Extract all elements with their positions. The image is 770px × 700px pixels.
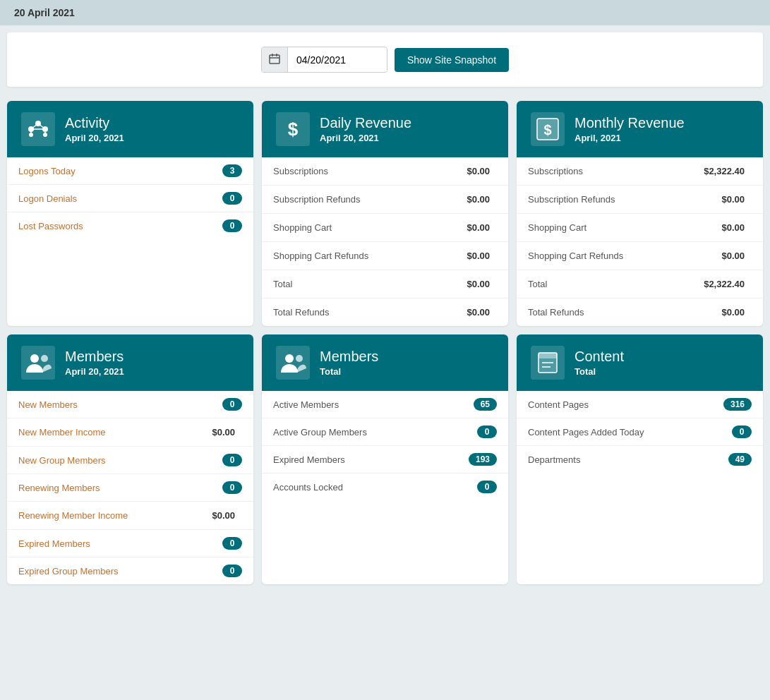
table-row: Active Group Members 0 xyxy=(262,418,508,446)
svg-point-20 xyxy=(296,355,303,362)
daily-revenue-subtitle: April 20, 2021 xyxy=(320,133,411,143)
table-row: Subscriptions $2,322.40 xyxy=(517,157,763,186)
daily-revenue-title: Daily Revenue xyxy=(320,115,411,131)
members-total-body: Active Members 65 Active Group Members 0… xyxy=(262,391,508,500)
activity-title: Activity xyxy=(65,115,124,131)
activity-icon xyxy=(21,112,55,146)
svg-text:$: $ xyxy=(543,122,551,138)
table-row: Total Refunds $0.00 xyxy=(262,298,508,326)
svg-point-17 xyxy=(30,354,39,363)
monthly-revenue-header: $ Monthly Revenue April, 2021 xyxy=(517,101,763,157)
monthly-revenue-body: Subscriptions $2,322.40 Subscription Ref… xyxy=(517,157,763,326)
content-total-card: Content Total Content Pages 316 Content … xyxy=(517,334,763,584)
table-row: Expired Members 0 xyxy=(7,530,253,557)
svg-point-19 xyxy=(285,354,294,363)
logon-denials-label: Logon Denials xyxy=(18,193,77,204)
content-total-subtitle: Total xyxy=(575,366,624,377)
content-total-header: Content Total xyxy=(517,334,763,391)
top-bar: 20 April 2021 xyxy=(0,0,770,25)
lost-passwords-label: Lost Passwords xyxy=(18,221,83,231)
table-row: Active Members 65 xyxy=(262,391,508,418)
members-date-body: New Members 0 New Member Income $0.00 Ne… xyxy=(7,391,253,584)
logon-denials-value: 0 xyxy=(222,192,242,205)
monthly-revenue-icon: $ xyxy=(531,112,565,146)
members-total-title: Members xyxy=(320,349,378,365)
table-row: Departments 49 xyxy=(517,446,763,473)
monthly-revenue-title-group: Monthly Revenue April, 2021 xyxy=(575,115,685,143)
activity-card-header: Activity April 20, 2021 xyxy=(7,101,253,157)
table-row: Expired Members 193 xyxy=(262,446,508,473)
members-total-card: Members Total Active Members 65 Active G… xyxy=(262,334,508,584)
daily-revenue-header: $ Daily Revenue April 20, 2021 xyxy=(262,101,508,157)
table-row: New Members 0 xyxy=(7,391,253,418)
table-row: Shopping Cart Refunds $0.00 xyxy=(262,242,508,270)
date-input-wrapper xyxy=(261,47,387,73)
table-row: New Group Members 0 xyxy=(7,447,253,474)
members-date-title: Members xyxy=(65,349,124,365)
daily-revenue-icon: $ xyxy=(276,112,310,146)
svg-rect-22 xyxy=(539,353,557,358)
logons-today-value: 3 xyxy=(222,164,242,177)
top-bar-date: 20 April 2021 xyxy=(14,7,75,18)
monthly-revenue-title: Monthly Revenue xyxy=(575,115,685,131)
row-2: Members April 20, 2021 New Members 0 New… xyxy=(7,334,763,584)
table-row: Total Refunds $0.00 xyxy=(517,298,763,326)
table-row: Lost Passwords 0 xyxy=(7,212,253,239)
table-row: Subscription Refunds $0.00 xyxy=(262,186,508,214)
members-total-title-group: Members Total xyxy=(320,349,378,377)
activity-card: Activity April 20, 2021 Logons Today 3 L… xyxy=(7,101,253,326)
svg-rect-0 xyxy=(270,55,279,64)
table-row: Subscriptions $0.00 xyxy=(262,157,508,186)
logons-today-label: Logons Today xyxy=(18,166,76,176)
members-date-title-group: Members April 20, 2021 xyxy=(65,349,124,377)
show-snapshot-button[interactable]: Show Site Snapshot xyxy=(395,48,509,72)
table-row: Logon Denials 0 xyxy=(7,185,253,212)
content-total-body: Content Pages 316 Content Pages Added To… xyxy=(517,391,763,473)
activity-card-body: Logons Today 3 Logon Denials 0 Lost Pass… xyxy=(7,157,253,239)
svg-point-18 xyxy=(41,355,48,362)
members-date-header: Members April 20, 2021 xyxy=(7,334,253,391)
table-row: Total $2,322.40 xyxy=(517,270,763,298)
calendar-icon xyxy=(262,47,288,72)
members-total-icon xyxy=(276,346,310,380)
table-row: Shopping Cart Refunds $0.00 xyxy=(517,242,763,270)
svg-text:$: $ xyxy=(288,119,299,140)
dashboard: Activity April 20, 2021 Logons Today 3 L… xyxy=(0,94,770,591)
content-total-icon xyxy=(531,346,565,380)
lost-passwords-value: 0 xyxy=(222,219,242,232)
table-row: New Member Income $0.00 xyxy=(7,418,253,447)
table-row: Total $0.00 xyxy=(262,270,508,298)
svg-line-7 xyxy=(31,123,38,129)
table-row: Subscription Refunds $0.00 xyxy=(517,186,763,214)
members-total-header: Members Total xyxy=(262,334,508,391)
daily-revenue-title-group: Daily Revenue April 20, 2021 xyxy=(320,115,411,143)
daily-revenue-card: $ Daily Revenue April 20, 2021 Subscript… xyxy=(262,101,508,326)
activity-subtitle: April 20, 2021 xyxy=(65,133,124,143)
table-row: Shopping Cart $0.00 xyxy=(262,214,508,242)
date-picker-section: Show Site Snapshot xyxy=(7,32,763,87)
daily-revenue-body: Subscriptions $0.00 Subscription Refunds… xyxy=(262,157,508,326)
monthly-revenue-card: $ Monthly Revenue April, 2021 Subscripti… xyxy=(517,101,763,326)
members-date-card: Members April 20, 2021 New Members 0 New… xyxy=(7,334,253,584)
members-date-icon xyxy=(21,346,55,380)
content-total-title: Content xyxy=(575,349,624,365)
members-total-subtitle: Total xyxy=(320,366,378,377)
date-input[interactable] xyxy=(288,49,387,71)
svg-line-8 xyxy=(38,123,45,129)
monthly-revenue-subtitle: April, 2021 xyxy=(575,133,685,143)
table-row: Accounts Locked 0 xyxy=(262,473,508,500)
table-row: Shopping Cart $0.00 xyxy=(517,214,763,242)
activity-card-title-group: Activity April 20, 2021 xyxy=(65,115,124,143)
table-row: Renewing Members 0 xyxy=(7,474,253,502)
table-row: Renewing Member Income $0.00 xyxy=(7,502,253,530)
members-date-subtitle: April 20, 2021 xyxy=(65,366,124,377)
table-row: Logons Today 3 xyxy=(7,157,253,185)
content-total-title-group: Content Total xyxy=(575,349,624,377)
table-row: Content Pages Added Today 0 xyxy=(517,418,763,446)
row-1: Activity April 20, 2021 Logons Today 3 L… xyxy=(7,101,763,326)
table-row: Expired Group Members 0 xyxy=(7,557,253,584)
table-row: Content Pages 316 xyxy=(517,391,763,418)
